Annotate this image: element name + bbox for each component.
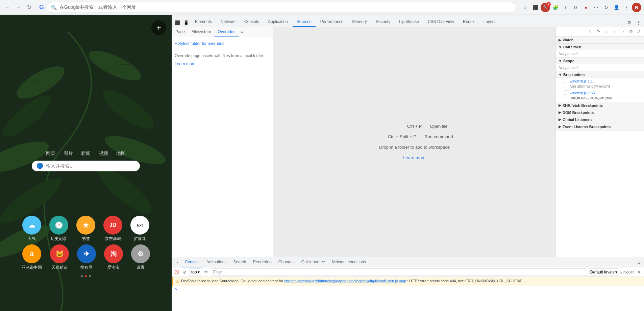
event-listener-header[interactable]: ▶ Event Listener Breakpoints — [556, 123, 644, 130]
app-tmall[interactable]: 🐱 天猫精选 — [50, 244, 69, 270]
console-tab-rendering[interactable]: Rendering — [249, 257, 275, 267]
clear-console-btn[interactable]: 🚫 — [173, 269, 180, 276]
console-tab-animations[interactable]: Animations — [203, 257, 230, 267]
console-tab-console[interactable]: Console — [181, 257, 203, 267]
warning-icon: ⚠ — [176, 279, 179, 284]
console-prompt[interactable]: > — [172, 286, 644, 293]
breakpoints-header[interactable]: ▼ Breakpoints — [556, 71, 644, 78]
close-console-btn[interactable]: ✕ — [636, 269, 643, 276]
tab-elements[interactable]: Elements — [191, 17, 216, 27]
pause-button[interactable]: ⏸ — [587, 28, 594, 35]
deactivate-breakpoints-btn[interactable]: ⊘ — [627, 28, 635, 35]
step-over-button[interactable]: ↷ — [595, 28, 602, 35]
dom-header[interactable]: ▶ DOM Breakpoints — [556, 109, 644, 116]
subtab-menu-btn[interactable]: ⋮ — [265, 29, 273, 35]
inspect-icon-btn[interactable]: ⬛ — [173, 19, 181, 27]
search-bar[interactable]: 🔵 — [32, 161, 140, 171]
watch-header[interactable]: ▶ Watch — [556, 37, 644, 43]
tab-performance[interactable]: Performance — [316, 17, 348, 27]
select-folder-button[interactable]: + Select folder for overrides — [175, 40, 224, 47]
subtab-overrides[interactable]: Overrides — [214, 27, 239, 37]
step-button[interactable]: → — [619, 28, 626, 35]
scope-header[interactable]: ▼ Scope — [556, 57, 644, 64]
app-amazon[interactable]: a 亚马逊中国 — [22, 244, 42, 270]
app-ctrip[interactable]: ✈ 携程网 — [77, 244, 96, 270]
console-tab-changes[interactable]: Changes — [275, 257, 298, 267]
log-levels-selector[interactable]: Default levels ▾ — [589, 268, 619, 276]
device-toggle-btn[interactable]: 📱 — [182, 19, 190, 27]
context-selector[interactable]: top ▾ — [190, 268, 201, 276]
address-bar[interactable]: 🔍 在Google中搜索，或者输入一个网址 — [47, 2, 516, 13]
nav-images[interactable]: 图片 — [64, 150, 73, 157]
app-bookmarks[interactable]: ★ 书签 — [76, 216, 95, 242]
tab-lighthouse[interactable]: Lighthouse — [395, 17, 423, 27]
nav-maps[interactable]: 地图 — [116, 150, 126, 157]
console-toolbar: 🚫 ⊘ top ▾ 👁 Default levels ▾ 2 hidden ✕ — [172, 267, 644, 277]
call-stack-header[interactable]: ▼ Call Stack — [556, 44, 644, 50]
nav-news[interactable]: 新闻 — [81, 150, 91, 157]
global-listeners-header[interactable]: ▶ Global Listeners — [556, 116, 644, 123]
app-extfans[interactable]: Ext 扩展迷 — [130, 216, 149, 242]
app-row-2: a 亚马逊中国 🐱 天猫精选 ✈ 携程网 淘 爱淘宝 ⚙ 设置 — [22, 244, 150, 270]
app-settings[interactable]: ⚙ 设置 — [131, 244, 150, 270]
search-input[interactable] — [46, 163, 135, 169]
app-history[interactable]: 🕐 历史记录 — [49, 216, 68, 242]
nav-webpage[interactable]: 网页 — [46, 150, 55, 157]
more-extensions[interactable]: ⋯ — [591, 3, 601, 12]
translate-button[interactable]: T — [561, 3, 570, 12]
breakpoint-2-checkbox[interactable] — [564, 91, 568, 95]
bookmark-icon: ★ — [76, 216, 95, 235]
step-into-button[interactable]: ↓ — [603, 28, 610, 35]
console-more-tabs[interactable]: » — [636, 260, 643, 265]
red-circle-ext[interactable]: ● — [581, 3, 591, 12]
drop-folder-text: Drop in a folder to add to workspace — [379, 145, 450, 150]
console-menu-btn[interactable]: ⋮ — [173, 258, 181, 266]
learn-more-main-link[interactable]: Learn more — [403, 155, 425, 160]
profile-button[interactable]: N — [632, 3, 641, 12]
sync-button[interactable]: ↻ — [601, 3, 611, 12]
console-input[interactable] — [178, 287, 641, 292]
grammarly-button[interactable]: G — [571, 3, 580, 12]
back-button[interactable]: ← — [3, 3, 12, 12]
live-expression-btn[interactable]: 👁 — [203, 269, 209, 276]
forward-button[interactable]: → — [14, 3, 23, 12]
more-menu-btn[interactable]: ⋮ — [635, 19, 643, 27]
subtab-more[interactable]: » — [239, 28, 245, 36]
filter-toggle-btn[interactable]: ⊘ — [181, 269, 188, 276]
subtab-page[interactable]: Page — [172, 27, 188, 37]
app-taobao[interactable]: 淘 爱淘宝 — [104, 244, 123, 270]
more-vert[interactable]: ⋮ — [622, 3, 631, 12]
cast-button[interactable]: ⬛ — [530, 3, 540, 12]
xhr-header[interactable]: ▶ XHR/fetch Breakpoints — [556, 102, 644, 109]
app-jd[interactable]: JD 京东商城 — [103, 216, 122, 242]
tab-css-overview[interactable]: CSS Overview — [424, 17, 458, 27]
tab-application[interactable]: Application — [264, 17, 292, 27]
step-out-button[interactable]: ↑ — [611, 28, 618, 35]
console-tab-search[interactable]: Search — [230, 257, 249, 267]
error-link[interactable]: chrome-extension://dbfmnekepjoapopniengj… — [284, 279, 406, 283]
app-weather[interactable]: ☁ 天气 — [22, 216, 41, 242]
dont-pause-exceptions-btn[interactable]: ⑇ — [635, 28, 643, 35]
breakpoint-1-checkbox[interactable] — [564, 79, 568, 83]
console-tab-quick-source[interactable]: Quick source — [298, 257, 328, 267]
override-description: Override page assets with files from a l… — [175, 53, 270, 59]
refresh-button[interactable]: ↻ — [24, 3, 34, 12]
console-tab-network-conditions[interactable]: Network conditions — [328, 257, 369, 267]
bookmark-button[interactable]: ☆ — [520, 3, 530, 12]
tab-security[interactable]: Security — [372, 17, 394, 27]
subtab-filesystem[interactable]: Filesystem — [188, 27, 214, 37]
nav-videos[interactable]: 视频 — [99, 150, 108, 157]
tab-layers[interactable]: Layers — [479, 17, 500, 27]
console-filter-input[interactable] — [211, 268, 587, 276]
learn-more-overrides-link[interactable]: Learn more — [175, 62, 270, 66]
add-button[interactable]: + — [151, 20, 166, 35]
tab-console[interactable]: Console — [240, 17, 263, 27]
tab-network[interactable]: Network — [217, 17, 240, 27]
settings-gear-btn[interactable]: ⚙ — [625, 19, 633, 27]
tab-redux[interactable]: Redux — [459, 17, 479, 27]
account-button[interactable]: 👤 — [612, 3, 621, 12]
extension-button[interactable]: 🔧 1 — [541, 3, 550, 12]
extensions-puzzle[interactable]: 🧩 — [551, 3, 560, 12]
tab-memory[interactable]: Memory — [348, 17, 371, 27]
tab-sources[interactable]: Sources — [293, 17, 316, 27]
